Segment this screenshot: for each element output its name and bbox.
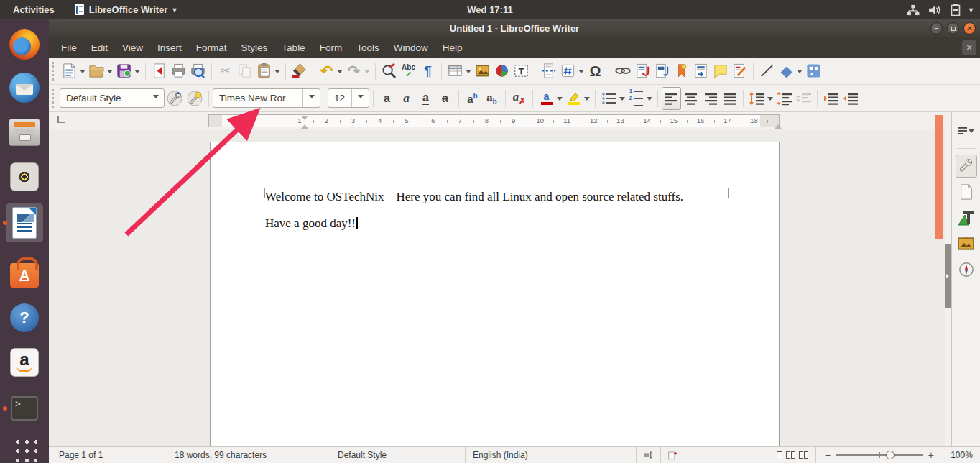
- toolbar-grip[interactable]: [52, 62, 57, 81]
- font-size-combobox[interactable]: 12: [328, 88, 369, 108]
- subscript-button[interactable]: ab: [482, 87, 501, 110]
- save-dropdown-arrow[interactable]: [134, 70, 140, 76]
- new-dropdown-arrow[interactable]: [80, 70, 85, 76]
- field-dropdown-arrow[interactable]: [578, 70, 584, 76]
- indent-marker-left[interactable]: [301, 121, 308, 129]
- dock-item-rhythmbox[interactable]: [0, 157, 49, 196]
- sidebar-settings-button[interactable]: [956, 119, 977, 142]
- paragraph-style-combobox[interactable]: Default Style: [60, 88, 165, 108]
- paste-button[interactable]: [254, 60, 274, 83]
- paste-dropdown-arrow[interactable]: [274, 70, 280, 76]
- menu-insert[interactable]: Insert: [151, 40, 188, 56]
- app-menu-button[interactable]: LibreOffice Writer ▾: [68, 4, 184, 15]
- strikethrough-button[interactable]: a: [435, 87, 455, 110]
- sidebar-tab-navigator[interactable]: [956, 258, 977, 281]
- new-document-button[interactable]: [60, 60, 79, 83]
- basic-shapes-button[interactable]: ◆: [777, 60, 796, 83]
- menu-edit[interactable]: Edit: [85, 40, 114, 56]
- paragraph-2[interactable]: Have a good day!!: [265, 216, 358, 231]
- dock-item-files[interactable]: [0, 113, 49, 152]
- insert-chart-button[interactable]: [492, 60, 512, 83]
- decrease-paragraph-spacing-button[interactable]: [794, 87, 813, 110]
- increase-indent-button[interactable]: [821, 87, 841, 110]
- insert-page-break-button[interactable]: [539, 60, 558, 83]
- italic-button[interactable]: a: [397, 87, 416, 110]
- tab-stop-selector[interactable]: [57, 116, 65, 123]
- sidebar-tab-page[interactable]: [956, 180, 977, 203]
- dock-item-amazon[interactable]: a: [0, 343, 49, 382]
- horizontal-ruler[interactable]: 123456789101112131415161718: [208, 114, 780, 127]
- insert-endnote-button[interactable]: [652, 60, 672, 83]
- redo-button[interactable]: ↷: [344, 60, 364, 83]
- zoom-in-button[interactable]: +: [928, 449, 934, 461]
- zoom-percentage[interactable]: 100%: [943, 447, 980, 463]
- line-spacing-dropdown-arrow[interactable]: [767, 97, 773, 104]
- special-character-button[interactable]: Ω: [586, 60, 605, 83]
- maximize-button[interactable]: [947, 22, 959, 35]
- menu-file[interactable]: File: [55, 40, 83, 56]
- highlight-dropdown-arrow[interactable]: [584, 97, 590, 104]
- open-dropdown-arrow[interactable]: [107, 70, 113, 76]
- insert-bookmark-button[interactable]: [672, 60, 691, 83]
- export-pdf-button[interactable]: [149, 60, 169, 83]
- zoom-out-button[interactable]: −: [825, 449, 831, 461]
- dock-item-show-applications[interactable]: [0, 429, 49, 463]
- unordered-list-dropdown-arrow[interactable]: [619, 97, 625, 104]
- underline-button[interactable]: a: [416, 87, 435, 110]
- open-button[interactable]: [87, 60, 106, 83]
- menu-styles[interactable]: Styles: [235, 40, 274, 56]
- undo-dropdown-arrow[interactable]: [337, 70, 343, 76]
- unordered-list-button[interactable]: [599, 87, 619, 110]
- zoom-slider[interactable]: [836, 454, 923, 456]
- menu-help[interactable]: Help: [436, 40, 469, 56]
- status-document-modified[interactable]: *: [661, 447, 685, 463]
- insert-image-button[interactable]: [473, 60, 492, 83]
- font-color-dropdown-arrow[interactable]: [557, 97, 563, 104]
- find-replace-button[interactable]: [379, 60, 399, 83]
- menu-window[interactable]: Window: [387, 40, 435, 56]
- save-button[interactable]: [114, 60, 134, 83]
- menu-table[interactable]: Table: [275, 40, 311, 56]
- shapes-dropdown-arrow[interactable]: [797, 70, 803, 76]
- dock-item-firefox[interactable]: [0, 25, 49, 64]
- menu-form[interactable]: Form: [313, 40, 349, 56]
- menu-tools[interactable]: Tools: [350, 40, 386, 56]
- insert-table-button[interactable]: [445, 60, 465, 83]
- insert-field-button[interactable]: [558, 60, 578, 83]
- sidebar-tab-gallery[interactable]: [956, 232, 977, 255]
- menu-view[interactable]: View: [116, 40, 149, 56]
- highlight-color-button[interactable]: [564, 87, 583, 110]
- status-word-count[interactable]: 18 words, 99 characters: [167, 447, 330, 463]
- insert-line-button[interactable]: [757, 60, 777, 83]
- insert-text-box-button[interactable]: [512, 60, 531, 83]
- status-page-style[interactable]: Default Style: [330, 447, 466, 463]
- update-style-button[interactable]: [165, 87, 185, 110]
- table-dropdown-arrow[interactable]: [466, 70, 471, 76]
- document-page[interactable]: Welcome to OSTechNix – Here you can find…: [210, 142, 780, 446]
- toolbar-grip[interactable]: [52, 89, 57, 108]
- decrease-indent-button[interactable]: [841, 87, 860, 110]
- paragraph-1[interactable]: Welcome to OSTechNix – Here you can find…: [265, 190, 683, 204]
- insert-comment-button[interactable]: [711, 60, 730, 83]
- view-layout-buttons[interactable]: [769, 447, 815, 463]
- title-bar[interactable]: Untitled 1 - LibreOffice Writer − ✕: [49, 19, 980, 37]
- justify-button[interactable]: [720, 87, 739, 110]
- status-page-number[interactable]: Page 1 of 1: [49, 447, 167, 463]
- multi-page-view-icon[interactable]: [786, 451, 795, 459]
- document-area[interactable]: Welcome to OSTechNix – Here you can find…: [49, 129, 945, 446]
- align-right-button[interactable]: [701, 87, 720, 110]
- status-language[interactable]: English (India): [466, 447, 593, 463]
- indent-marker-right[interactable]: [775, 121, 782, 129]
- increase-paragraph-spacing-button[interactable]: [775, 87, 794, 110]
- zoom-slider-knob[interactable]: [886, 451, 895, 459]
- sidebar-tab-styles[interactable]: [956, 206, 977, 229]
- insert-hyperlink-button[interactable]: [613, 60, 633, 83]
- line-spacing-button[interactable]: [747, 87, 767, 110]
- undo-button[interactable]: ↶: [317, 60, 336, 83]
- close-document-button[interactable]: ✕: [962, 40, 976, 55]
- sidebar-collapse-handle[interactable]: [945, 244, 951, 308]
- clear-formatting-button[interactable]: a✗: [509, 87, 529, 110]
- insert-footnote-button[interactable]: [633, 60, 652, 83]
- copy-button[interactable]: [235, 60, 254, 83]
- dock-item-terminal[interactable]: >_: [0, 389, 49, 428]
